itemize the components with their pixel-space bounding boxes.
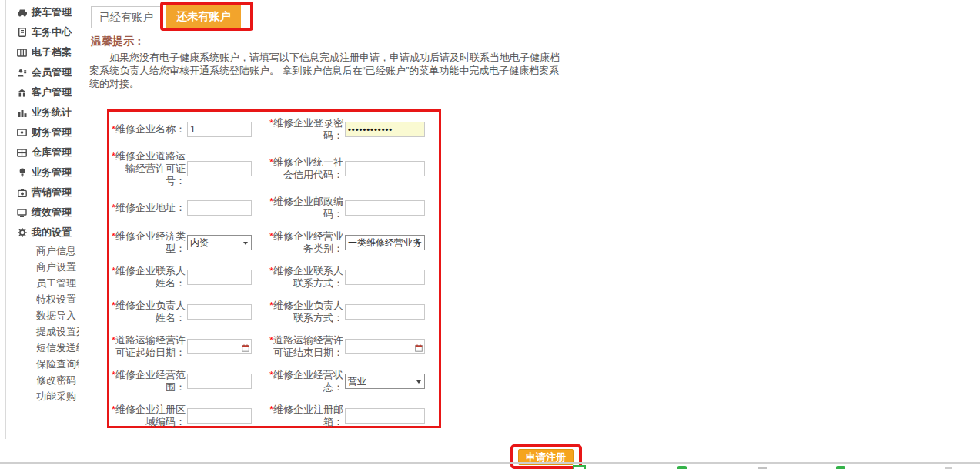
field-label: *维修企业经济类型：	[109, 230, 186, 255]
sidebar-item-label: 仓库管理	[32, 146, 72, 159]
sidebar-item-members[interactable]: 会员管理	[6, 62, 79, 82]
dropdown-caret-icon	[416, 380, 421, 386]
economic-type-select[interactable]: 内资	[187, 235, 252, 250]
main-content: 已经有账户 还未有账户 温馨提示： 如果您没有电子健康系统账户，请填写以下信息完…	[80, 0, 980, 469]
calendar-icon[interactable]	[415, 343, 423, 354]
form-row: *维修企业地址： *维修企业邮政编码：	[109, 190, 438, 225]
unified-social-credit-code-input[interactable]	[345, 161, 425, 176]
field-label: *道路运输经营许可证结束日期：	[266, 334, 343, 359]
business-category-select[interactable]: 一类维修经营业务	[345, 235, 425, 250]
sidebar-item-warehouse[interactable]: 仓库管理	[6, 142, 79, 162]
marketing-icon	[16, 189, 28, 197]
cropped-footer-icon	[836, 466, 845, 469]
calendar-icon[interactable]	[242, 343, 249, 354]
sidebar-subitem-staff-mgmt[interactable]: 员工管理	[6, 275, 79, 291]
sidebar-subitem-sms-sending[interactable]: 短信发送统	[6, 340, 79, 356]
sidebar-item-label: 业务统计	[32, 106, 72, 119]
registered-email-input[interactable]	[345, 408, 425, 424]
principal-phone-input[interactable]	[345, 304, 425, 320]
sidebar-subitem-commission-settings[interactable]: 提成设置列	[6, 323, 79, 340]
form-row: *维修企业经营范围： *维修企业经营状态： 营业	[109, 363, 438, 398]
sidebar-subitem-merchant-info[interactable]: 商户信息	[6, 243, 79, 259]
sidebar-item-label: 营销管理	[32, 186, 72, 199]
notice-title: 温馨提示：	[91, 35, 145, 49]
sidebar-subitem-insurance-query[interactable]: 保险查询统	[6, 356, 79, 372]
license-end-date-input[interactable]	[345, 339, 425, 354]
sidebar-item-label: 我的设置	[32, 226, 72, 240]
postal-code-input[interactable]	[345, 200, 425, 216]
sidebar-item-business-stats[interactable]: 业务统计	[6, 102, 79, 122]
sidebar-item-performance[interactable]: 绩效管理	[6, 203, 79, 223]
field-label: *维修企业地址：	[109, 202, 186, 214]
sidebar-subitem-merchant-settings[interactable]: 商户设置	[6, 259, 79, 275]
field-label: *维修企业负责人联系方式：	[266, 300, 343, 324]
footer-divider	[80, 434, 980, 434]
field-label: *维修企业登录密码：	[266, 117, 343, 142]
sidebar: 接车管理 车务中心 电子档案 会员管理 客户管理 业务统计 财务管理 仓库管理 …	[5, 0, 79, 439]
business-scope-input[interactable]	[187, 374, 252, 389]
form-row: *维修企业道路运输经营许可证号： *维修企业统一社会信用代码：	[109, 146, 438, 190]
sidebar-item-label: 车务中心	[32, 25, 72, 39]
field-label: *维修企业经营范围：	[109, 369, 186, 394]
field-label: *维修企业经营状态：	[266, 369, 343, 394]
field-label: *维修企业道路运输经营许可证号：	[109, 150, 186, 187]
bulb-icon	[16, 168, 28, 177]
sidebar-item-receive-car[interactable]: 接车管理	[6, 2, 79, 22]
notice-body: 如果您没有电子健康系统账户，请填写以下信息完成注册申请，申请成功后请及时联系当地…	[89, 51, 565, 90]
tab-no-account[interactable]: 还未有账户	[166, 5, 241, 28]
member-icon	[16, 69, 28, 77]
tab-existing-account[interactable]: 已经有账户	[91, 6, 162, 28]
sidebar-subitem-privilege-settings[interactable]: 特权设置	[6, 291, 79, 307]
principal-name-input[interactable]	[187, 304, 252, 320]
monitor-icon	[16, 209, 28, 217]
sidebar-item-label: 会员管理	[32, 65, 72, 79]
form-row: *维修企业经济类型： 内资 *维修企业经营业务类别： 一类维修经营业务	[109, 225, 438, 260]
sidebar-item-finance[interactable]: 财务管理	[6, 122, 79, 142]
contact-phone-input[interactable]	[345, 270, 425, 285]
sidebar-item-label: 绩效管理	[32, 206, 72, 219]
field-label: *维修企业联系人联系方式：	[266, 265, 343, 290]
sidebar-item-marketing[interactable]: 营销管理	[6, 183, 79, 203]
login-password-input[interactable]	[345, 122, 425, 137]
bar-chart-icon	[16, 109, 28, 117]
dropdown-caret-icon	[416, 242, 421, 247]
field-label: *维修企业注册区域编码：	[109, 404, 186, 428]
sidebar-item-business-mgmt[interactable]: 业务管理	[6, 162, 79, 183]
contact-name-input[interactable]	[187, 270, 252, 285]
sidebar-item-e-archive[interactable]: 电子档案	[6, 42, 79, 62]
registered-region-code-input[interactable]	[187, 408, 252, 424]
sidebar-item-customers[interactable]: 客户管理	[6, 82, 79, 102]
cropped-footer-icon	[677, 466, 687, 469]
archive-icon	[16, 49, 28, 57]
sidebar-subitem-data-import[interactable]: 数据导入	[6, 307, 79, 323]
field-label: *维修企业名称：	[109, 123, 186, 136]
sidebar-item-vehicle-center[interactable]: 车务中心	[6, 22, 79, 42]
sidebar-item-my-settings[interactable]: 我的设置	[6, 223, 79, 243]
registration-form: *维修企业名称： *维修企业登录密码： *维修企业道路运输经营许可证号： *维修…	[109, 112, 438, 433]
dropdown-caret-icon	[243, 242, 248, 247]
road-transport-license-no-input[interactable]	[187, 161, 252, 176]
sidebar-subitem-feature-purchase[interactable]: 功能采购	[6, 388, 79, 404]
sidebar-subitem-change-password[interactable]: 修改密码	[6, 372, 79, 388]
vehicle-doc-icon	[16, 28, 28, 37]
form-row: *维修企业负责人姓名： *维修企业负责人联系方式：	[109, 294, 438, 329]
warehouse-icon	[16, 149, 28, 157]
bottom-edge-line	[0, 462, 980, 464]
enterprise-address-input[interactable]	[187, 200, 252, 216]
field-label: *维修企业联系人姓名：	[109, 265, 186, 290]
enterprise-name-input[interactable]	[187, 122, 252, 137]
sidebar-item-label: 电子档案	[32, 45, 72, 59]
form-row: *维修企业联系人姓名： *维修企业联系人联系方式：	[109, 260, 438, 294]
gear-icon	[16, 228, 28, 237]
form-row: *道路运输经营许可证起始日期： *道路运输经营许可证结束日期：	[109, 329, 438, 363]
sidebar-item-label: 财务管理	[32, 126, 72, 139]
sidebar-item-label: 业务管理	[32, 166, 72, 179]
field-label: *维修企业经营业务类别：	[266, 230, 343, 255]
field-label: *道路运输经营许可证起始日期：	[109, 334, 186, 359]
operating-status-select[interactable]: 营业	[345, 374, 425, 389]
car-icon	[16, 8, 28, 17]
form-row: *维修企业注册区域编码： *维修企业注册邮箱：	[109, 398, 438, 433]
customer-icon	[16, 89, 28, 97]
cropped-footer-icon	[573, 465, 586, 469]
field-label: *维修企业负责人姓名：	[109, 300, 186, 324]
